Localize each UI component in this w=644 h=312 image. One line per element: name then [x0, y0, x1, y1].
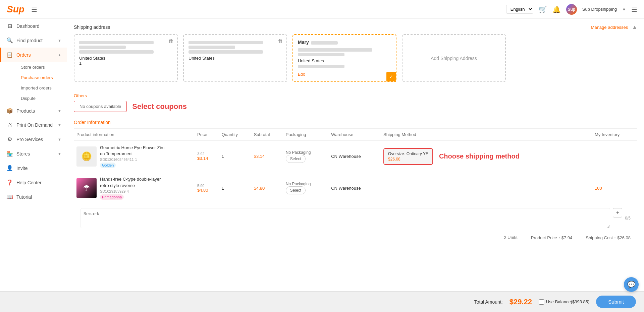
th-price: Price: [195, 129, 219, 141]
shipping-address-title: Shipping address: [74, 24, 110, 30]
tutorial-icon: 📖: [6, 194, 13, 200]
delete-address-2-icon[interactable]: 🗑: [278, 38, 283, 44]
chevron-down-icon-products: ▼: [58, 109, 61, 113]
sidebar-label-pro-services: Pro Services: [16, 137, 43, 142]
notification-icon[interactable]: 🔔: [552, 5, 561, 13]
summary-row: 2 Units Product Price：$7.94 Shipping Cos…: [74, 232, 637, 244]
address-card-2[interactable]: 🗑 United States: [183, 34, 287, 82]
subtotal-cell-2: $4.80: [251, 172, 283, 204]
product-price-label: Product Price：$7.94: [531, 235, 573, 241]
coupon-box[interactable]: No coupons available: [74, 101, 127, 112]
add-address-card[interactable]: Add Shipping Address: [402, 34, 506, 82]
use-balance-checkbox[interactable]: [539, 299, 544, 305]
sidebar-item-stores[interactable]: 🏪 Stores ▼: [0, 146, 67, 161]
submit-button[interactable]: Submit: [596, 296, 636, 308]
product-info-cell-1: 🪙 Geometric Horse Eye Flower Zirc on Tem…: [74, 141, 195, 172]
product-sku-2: SD1029183929-4: [100, 189, 167, 193]
sidebar-item-find-product[interactable]: 🔍 Find product ▼: [0, 33, 67, 48]
address-1-line1-blurred: [79, 46, 126, 49]
print-icon: 🖨: [6, 122, 13, 128]
shipping-method-price-1: $26.08: [388, 157, 428, 162]
packaging-label-1: No Packaging: [286, 150, 326, 155]
product-name-2: Hands-free C-type double-layer retro sty…: [100, 176, 167, 188]
sidebar-item-print-on-demand[interactable]: 🖨 Print On Demand ▼: [0, 118, 67, 132]
inventory-cell-1: [592, 141, 637, 172]
address-3-line3: [298, 65, 344, 68]
packaging-select-1[interactable]: Select: [286, 155, 306, 163]
dashboard-icon: ⊞: [6, 23, 13, 29]
select-coupons-label[interactable]: Select coupons: [132, 102, 187, 111]
sidebar-item-tutorial[interactable]: 📖 Tutorial: [0, 190, 67, 204]
variant-badge-1: Golden: [100, 163, 116, 168]
user-dropdown-icon[interactable]: ▼: [622, 7, 626, 11]
product-details-2: Hands-free C-type double-layer retro sty…: [100, 176, 167, 199]
address-1-country: United States: [79, 56, 172, 61]
cart-icon[interactable]: 🛒: [539, 5, 547, 13]
sidebar-item-purchase-orders[interactable]: Purchase orders: [15, 72, 67, 83]
sidebar-item-pro-services[interactable]: ⚙ Pro Services ▼: [0, 132, 67, 146]
th-subtotal: Subtotal: [251, 129, 283, 141]
sidebar-item-imported-orders[interactable]: Imported orders: [15, 83, 67, 93]
units-label: 2 Units: [504, 235, 517, 241]
orders-icon: 📋: [6, 52, 13, 58]
qty-cell-1: 1: [219, 141, 251, 172]
address-2-line1-blurred: [189, 46, 235, 49]
shipping-method-cell-1: Oversize- Ordinary YE $26.08 Choose ship…: [381, 141, 592, 172]
remark-add-button[interactable]: +: [613, 208, 622, 217]
header-left: Sup ☰: [7, 4, 37, 15]
packaging-cell-1: No Packaging Select: [283, 141, 328, 172]
sidebar-item-dashboard[interactable]: ⊞ Dashboard: [0, 19, 67, 33]
sidebar-label-orders: Orders: [16, 52, 31, 58]
sidebar-item-invite[interactable]: 👤 Invite: [0, 161, 67, 175]
use-balance-text: Use Balance($993.85): [546, 299, 589, 304]
price-old-1: 3.92: [197, 152, 216, 156]
sidebar-item-help-center[interactable]: ❓ Help Center: [0, 175, 67, 190]
address-1-name-blurred: [79, 41, 154, 44]
shipping-method-cell-2: [381, 172, 592, 204]
chevron-down-icon: ▼: [58, 39, 61, 43]
address-2-name-blurred: [189, 41, 263, 44]
address-card-1[interactable]: 🗑 United States 1: [74, 34, 178, 82]
user-name[interactable]: Sup Dropshipping: [582, 7, 617, 12]
sidebar-item-products[interactable]: 📦 Products ▼: [0, 104, 67, 118]
sidebar-label-find-product: Find product: [16, 38, 43, 43]
scroll-up-icon[interactable]: ▲: [632, 24, 637, 30]
sidebar-item-dispute[interactable]: Dispute: [15, 93, 67, 104]
manage-addresses-link[interactable]: Manage addresses: [591, 25, 628, 30]
packaging-select-2[interactable]: Select: [286, 186, 306, 194]
menu-icon[interactable]: ☰: [31, 5, 37, 13]
address-3-name-suffix: [311, 41, 338, 45]
address-3-selected-check: ✓: [386, 72, 396, 81]
bottom-bar: Total Amount: $29.22 Use Balance($993.85…: [0, 291, 644, 312]
chevron-down-icon-stores: ▼: [58, 152, 61, 156]
invite-icon: 👤: [6, 165, 13, 171]
chat-bubble[interactable]: 💬: [624, 277, 639, 292]
others-section: Others No coupons available Select coupo…: [67, 93, 644, 116]
avatar: Sup: [566, 4, 577, 15]
language-select[interactable]: English: [506, 5, 533, 14]
hamburger-icon[interactable]: ☰: [631, 5, 637, 13]
shipping-address-section: Shipping address Manage addresses ▲ 🗑 Un…: [67, 19, 644, 93]
th-product-info: Product information: [74, 129, 195, 141]
remark-count: 0/5: [625, 216, 631, 221]
remark-textarea[interactable]: [80, 208, 610, 228]
address-card-3[interactable]: Mary United States Edit ✓: [292, 34, 396, 82]
address-2-country: United States: [189, 56, 282, 61]
total-amount: $29.22: [509, 298, 532, 306]
sidebar-item-store-orders[interactable]: Store orders: [15, 62, 67, 72]
order-info-section: Order Information Product information Pr…: [67, 116, 644, 244]
address-3-name: Mary: [298, 40, 309, 45]
delete-address-1-icon[interactable]: 🗑: [168, 38, 174, 44]
packaging-cell-2: No Packaging Select: [283, 172, 328, 204]
variant-badge-2: Primadonna: [100, 194, 124, 200]
logo: Sup: [7, 4, 24, 15]
product-thumb-1: 🪙: [76, 146, 97, 167]
shipping-method-box-1[interactable]: Oversize- Ordinary YE $26.08: [383, 148, 433, 165]
price-cell-1: 3.92 $3.14: [195, 141, 219, 172]
sidebar-item-orders[interactable]: 📋 Orders ▲: [0, 48, 67, 62]
edit-address-3-link[interactable]: Edit: [298, 72, 305, 77]
sidebar-label-products: Products: [16, 108, 35, 114]
product-info-wrapper-1: 🪙 Geometric Horse Eye Flower Zirc on Tem…: [76, 145, 192, 168]
price-new-2: $4.80: [197, 188, 216, 193]
use-balance-label[interactable]: Use Balance($993.85): [539, 299, 589, 305]
